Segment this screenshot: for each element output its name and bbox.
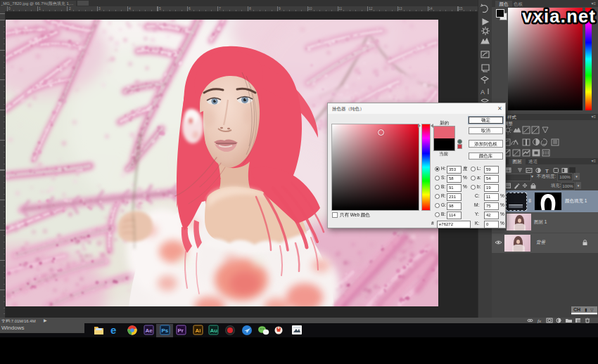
svg-text:Ps: Ps: [162, 327, 169, 334]
svg-text:e: e: [110, 324, 116, 336]
svg-text:Ai: Ai: [196, 327, 201, 334]
svg-text:Pr: Pr: [178, 327, 184, 334]
svg-text:Au: Au: [210, 327, 218, 334]
svg-text:fx: fx: [537, 318, 542, 323]
svg-text:A: A: [481, 89, 485, 96]
svg-text:Ae: Ae: [146, 327, 153, 334]
svg-text:vxia.net: vxia.net: [522, 6, 596, 26]
